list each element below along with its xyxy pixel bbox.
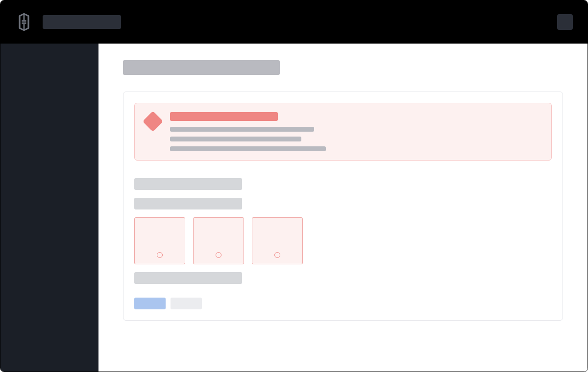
form-card	[123, 92, 563, 321]
alert-line	[170, 127, 314, 132]
page-title	[123, 60, 280, 75]
main-wrap	[0, 44, 588, 372]
main-content	[98, 44, 588, 372]
primary-button[interactable]	[134, 298, 166, 309]
field-label-3	[134, 272, 242, 284]
field-label-2	[134, 198, 242, 209]
alert-line	[170, 137, 301, 141]
secondary-button[interactable]	[171, 298, 202, 309]
hashicorp-logo-icon	[15, 13, 33, 31]
option-tile-row	[134, 217, 552, 264]
topbar-left	[15, 13, 121, 31]
app-frame	[0, 0, 588, 372]
radio-icon	[216, 252, 221, 258]
sidebar	[0, 44, 98, 372]
radio-icon	[274, 252, 280, 258]
topbar-menu-button[interactable]	[557, 14, 573, 30]
alert-line	[170, 146, 326, 151]
option-tile[interactable]	[252, 217, 303, 264]
radio-icon	[157, 252, 163, 258]
brand-title	[43, 15, 121, 29]
alert-title	[170, 112, 278, 121]
topbar	[0, 0, 588, 44]
field-label-1	[134, 178, 242, 190]
option-tile[interactable]	[134, 217, 185, 264]
alert-body	[170, 112, 540, 151]
form-actions	[134, 298, 552, 309]
diamond-alert-icon	[146, 114, 160, 129]
option-tile[interactable]	[193, 217, 244, 264]
error-alert	[134, 103, 552, 161]
